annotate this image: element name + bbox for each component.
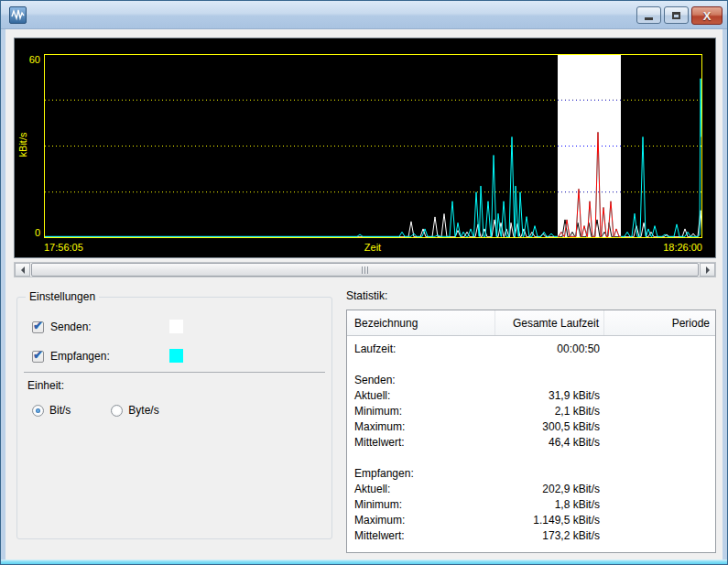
table-cell: 1,8 kBit/s	[495, 498, 604, 511]
statistics-table-header: Bezeichnung Gesamte Laufzeit Periode	[347, 310, 715, 336]
table-row: Mittelwert:46,4 kBit/s	[347, 434, 715, 450]
x-axis-end-time: 18:26:00	[611, 242, 702, 253]
table-row: Maximum:1.149,5 kBit/s	[347, 512, 715, 527]
table-cell: 1.149,5 kBit/s	[495, 514, 604, 527]
app-waveform-icon	[9, 6, 27, 24]
y-axis-max-label: 60	[15, 54, 40, 65]
table-cell: 300,5 kBit/s	[495, 420, 604, 433]
senden-checkbox-label[interactable]: Senden:	[50, 321, 92, 333]
table-cell: 31,9 kBit/s	[495, 389, 604, 402]
senden-row: ✔ Senden:	[32, 320, 92, 334]
table-cell: Laufzeit:	[347, 342, 495, 355]
table-row: Maximum:300,5 kBit/s	[347, 418, 715, 434]
table-cell: Aktuell:	[347, 483, 495, 495]
table-cell: 00:00:50	[495, 342, 604, 355]
window-frame-left	[1, 29, 5, 564]
table-row: Mittelwert:173,2 kBit/s	[347, 527, 715, 543]
senden-color-swatch[interactable]	[169, 320, 183, 333]
table-cell: Aktuell:	[347, 389, 495, 402]
header-periode[interactable]: Periode	[604, 310, 715, 335]
arrow-right-icon	[706, 266, 710, 274]
unit-options: Bit/s Byte/s	[32, 404, 200, 417]
minimize-button[interactable]	[636, 6, 661, 24]
titlebar[interactable]: X	[1, 1, 727, 29]
table-cell: Mittelwert:	[347, 436, 495, 449]
x-axis-title: Zeit	[318, 242, 428, 253]
table-cell: Empfangen:	[347, 467, 495, 480]
table-row: Aktuell:31,9 kBit/s	[347, 387, 715, 403]
empfangen-color-swatch[interactable]	[169, 349, 183, 363]
statistics-table-body: Laufzeit:00:00:50Senden:Aktuell:31,9 kBi…	[347, 336, 715, 543]
x-axis-start-time: 17:56:05	[44, 242, 83, 253]
table-cell: Mittelwert:	[347, 529, 495, 542]
table-row: Minimum:2,1 kBit/s	[347, 403, 715, 418]
check-icon: ✔	[33, 319, 43, 332]
chart-horizontal-scrollbar[interactable]	[14, 262, 716, 277]
empfangen-checkbox[interactable]: ✔	[32, 351, 44, 363]
table-row: Empfangen:	[347, 465, 715, 481]
table-row: Minimum:1,8 kBit/s	[347, 496, 715, 512]
settings-divider	[24, 372, 325, 373]
senden-checkbox[interactable]: ✔	[32, 321, 44, 333]
table-cell: 46,4 kBit/s	[495, 436, 604, 449]
unit-section-label: Einheit:	[27, 379, 64, 392]
app-window: X 60 0 kBit/s 17:56:05 Zeit 18:26:00 Ein…	[0, 0, 728, 565]
window-frame-bottom	[1, 560, 727, 564]
statistics-label: Statistik:	[346, 289, 387, 302]
header-bezeichnung[interactable]: Bezeichnung	[347, 310, 495, 335]
table-row: Laufzeit:00:00:50	[347, 341, 715, 356]
traffic-chart-svg[interactable]	[44, 54, 702, 238]
settings-groupbox: Einstellungen ✔ Senden: ✔ Empfangen: Ein…	[16, 297, 332, 539]
table-cell: 2,1 kBit/s	[495, 405, 604, 418]
statistics-table: Bezeichnung Gesamte Laufzeit Periode Lau…	[346, 310, 716, 553]
empfangen-checkbox-label[interactable]: Empfangen:	[50, 350, 110, 363]
scrollbar-thumb[interactable]	[31, 263, 699, 277]
traffic-chart-panel[interactable]: 60 0 kBit/s 17:56:05 Zeit 18:26:00	[14, 38, 716, 258]
table-cell: 173,2 kBit/s	[495, 529, 604, 542]
table-cell: Minimum:	[347, 405, 495, 418]
close-icon: X	[703, 9, 712, 23]
window-frame-right	[723, 29, 727, 564]
y-axis-title: kBit/s	[17, 118, 28, 171]
bits-radio[interactable]	[32, 405, 44, 417]
table-cell: 202,9 kBit/s	[495, 483, 604, 495]
scroll-right-button[interactable]	[700, 263, 715, 277]
check-icon: ✔	[33, 348, 43, 362]
table-row	[347, 450, 715, 465]
table-cell: Minimum:	[347, 498, 495, 511]
window-controls: X	[636, 6, 723, 25]
maximize-icon	[672, 12, 680, 19]
table-cell: Maximum:	[347, 420, 495, 433]
empfangen-row: ✔ Empfangen:	[32, 349, 110, 364]
y-axis-min-label: 0	[15, 227, 40, 238]
table-cell: Maximum:	[347, 514, 495, 527]
settings-group-label: Einstellungen	[26, 290, 99, 303]
table-row: Aktuell:202,9 kBit/s	[347, 481, 715, 496]
bytes-radio-label[interactable]: Byte/s	[128, 404, 158, 417]
table-cell: Senden:	[347, 374, 495, 386]
close-button[interactable]: X	[691, 6, 723, 25]
table-row: Senden:	[347, 372, 715, 387]
table-row	[347, 356, 715, 372]
header-gesamte-laufzeit[interactable]: Gesamte Laufzeit	[495, 310, 604, 335]
bits-radio-label[interactable]: Bit/s	[49, 404, 71, 417]
scrollbar-grip-icon	[362, 266, 369, 274]
bytes-radio[interactable]	[111, 405, 123, 417]
minimize-icon	[645, 17, 653, 20]
arrow-left-icon	[21, 266, 25, 274]
maximize-button[interactable]	[664, 6, 689, 24]
scroll-left-button[interactable]	[15, 263, 30, 277]
